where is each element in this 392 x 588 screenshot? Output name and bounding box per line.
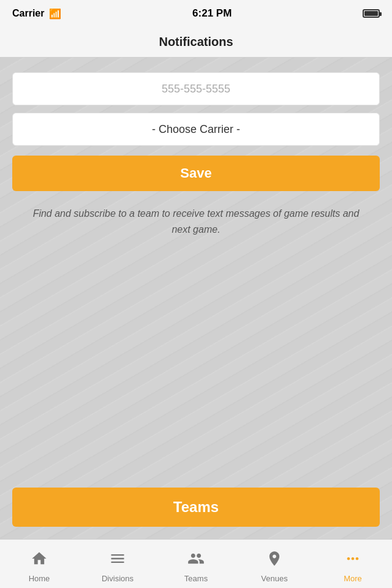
tab-venues-label: Venues — [261, 574, 287, 583]
phone-input[interactable] — [12, 72, 380, 105]
teams-button-container: Teams — [0, 488, 392, 539]
status-right — [363, 9, 380, 18]
main-content: - Choose Carrier - AT&T Verizon T-Mobile… — [0, 58, 392, 539]
wifi-icon: 📶 — [49, 8, 61, 20]
tab-bar: Home Divisions Teams Venues — [0, 539, 392, 588]
teams-button[interactable]: Teams — [12, 488, 380, 527]
more-icon — [344, 550, 361, 571]
teams-icon — [187, 550, 205, 571]
battery-icon — [363, 9, 380, 18]
info-text: Find and subscribe to a team to receive … — [12, 206, 380, 237]
tab-home[interactable]: Home — [2, 545, 76, 583]
status-bar: Carrier 📶 6:21 PM — [0, 0, 392, 27]
tab-teams[interactable]: Teams — [159, 545, 233, 583]
divisions-icon — [109, 550, 126, 571]
status-left: Carrier 📶 — [12, 8, 61, 20]
carrier-label: Carrier — [12, 8, 44, 19]
tab-more-label: More — [344, 574, 362, 583]
save-button[interactable]: Save — [12, 156, 380, 191]
tab-home-label: Home — [29, 574, 50, 583]
page-title: Notifications — [159, 35, 233, 49]
tab-more[interactable]: More — [316, 545, 390, 583]
nav-bar: Notifications — [0, 27, 392, 58]
carrier-select[interactable]: - Choose Carrier - AT&T Verizon T-Mobile… — [12, 113, 380, 146]
tab-divisions[interactable]: Divisions — [81, 545, 154, 583]
notification-form: - Choose Carrier - AT&T Verizon T-Mobile… — [0, 58, 392, 249]
home-icon — [31, 550, 48, 571]
venues-icon — [266, 550, 283, 571]
status-time: 6:21 PM — [192, 7, 232, 20]
tab-divisions-label: Divisions — [102, 574, 134, 583]
tab-venues[interactable]: Venues — [238, 545, 311, 583]
tab-teams-label: Teams — [184, 574, 208, 583]
